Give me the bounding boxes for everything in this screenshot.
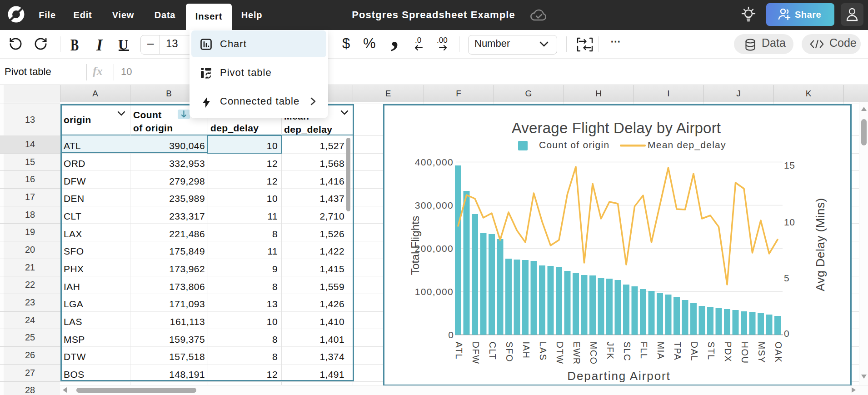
svg-text:400,000: 400,000 [415,157,454,167]
svg-text:SLC: SLC [622,342,632,361]
svg-text:MSY: MSY [757,342,767,364]
svg-text:CLT: CLT [488,342,498,360]
svg-text:15: 15 [784,160,795,170]
svg-text:FLL: FLL [639,342,649,360]
svg-text:Total Flights: Total Flights [409,216,421,275]
svg-text:DAL: DAL [689,342,699,361]
svg-text:300,000: 300,000 [415,200,454,210]
svg-text:ATL: ATL [454,342,464,360]
svg-text:0: 0 [448,330,454,340]
svg-text:Departing Airport: Departing Airport [567,369,670,383]
svg-text:JFK: JFK [605,342,615,360]
svg-text:SFO: SFO [504,342,514,363]
svg-text:5: 5 [784,273,789,283]
svg-text:DTW: DTW [555,342,565,365]
svg-text:IAH: IAH [521,342,531,359]
svg-text:OAK: OAK [773,342,783,363]
svg-text:Avg Delay (Mins): Avg Delay (Mins) [813,198,827,291]
svg-text:TPA: TPA [673,342,683,361]
svg-text:DFW: DFW [471,342,481,365]
svg-text:10: 10 [784,217,795,227]
svg-text:Average Flight Delay by Airpor: Average Flight Delay by Airport [512,120,721,136]
svg-text:.0: .0 [415,36,421,45]
svg-text:MIA: MIA [656,342,666,360]
svg-text:0: 0 [784,328,789,339]
svg-text:STL: STL [706,342,716,360]
svg-text:HOU: HOU [740,342,750,364]
svg-text:MCO: MCO [589,342,599,365]
svg-text:LAS: LAS [538,342,548,361]
svg-text:PDX: PDX [723,342,733,363]
svg-text:EWR: EWR [572,342,582,365]
svg-text:Count of origin: Count of origin [539,140,609,150]
svg-text:.00: .00 [437,36,448,45]
svg-text:100,000: 100,000 [415,286,454,297]
svg-text:Mean dep_delay: Mean dep_delay [648,140,726,150]
